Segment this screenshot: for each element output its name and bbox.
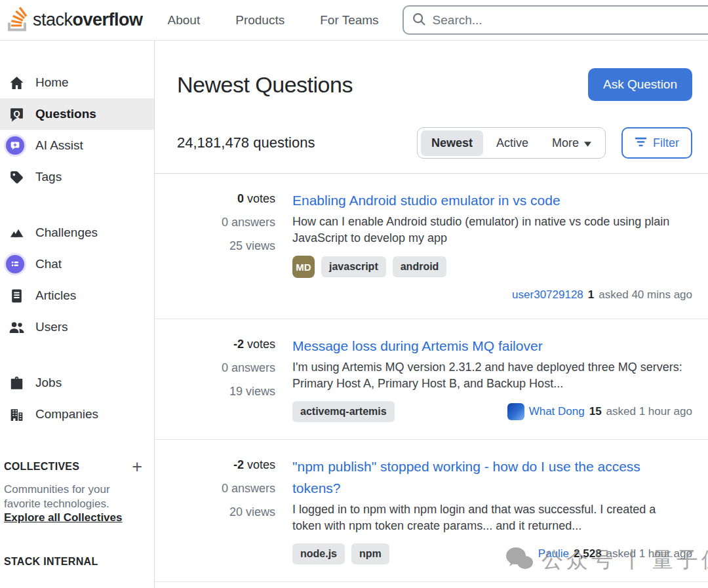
vote-unit: votes xyxy=(247,192,275,205)
logo-text: stackoverflow xyxy=(33,10,143,30)
tag-list: activemq-artemis xyxy=(292,401,395,422)
filter-button-label: Filter xyxy=(653,136,679,150)
question-excerpt: I logged in to npm with npm login and th… xyxy=(292,501,686,534)
question-stats: -2 votes0 answers19 views xyxy=(177,335,275,422)
sidebar-item-chat[interactable]: Chat xyxy=(0,248,154,280)
question-row: -2 votes0 answers19 viewsMessage loss du… xyxy=(155,319,708,440)
question-stats: -2 votes0 answers20 views xyxy=(177,456,275,564)
view-count: 19 views xyxy=(177,385,275,399)
tag-activemq-artemis[interactable]: activemq-artemis xyxy=(292,401,395,422)
sidebar-item-label: Articles xyxy=(35,288,76,303)
question-count: 24,181,478 questions xyxy=(177,134,417,151)
sidebar-item-label: Questions xyxy=(35,107,96,121)
sidebar-item-label: Home xyxy=(35,75,69,90)
search-input[interactable] xyxy=(433,13,707,28)
companies-icon xyxy=(7,404,26,424)
view-count: 20 views xyxy=(177,505,275,519)
ask-question-button[interactable]: Ask Question xyxy=(588,68,692,101)
user-avatar[interactable] xyxy=(507,403,524,420)
tag-list: node.jsnpm xyxy=(292,543,389,564)
question-row: 0 votes0 answers25 viewsEnabling Android… xyxy=(155,174,708,319)
view-count: 25 views xyxy=(177,239,275,253)
question-meta-row: user307291281asked 40 mins ago xyxy=(292,288,692,302)
nav-link-about[interactable]: About xyxy=(167,9,202,31)
sidebar-item-label: Challenges xyxy=(35,225,98,240)
tag-javascript[interactable]: javascript xyxy=(321,256,386,277)
question-tag-row: node.jsnpmPaulie2,528asked 1 hour ago xyxy=(292,543,692,564)
user-reputation: 2,528 xyxy=(574,547,602,560)
user-avatar[interactable]: MD xyxy=(292,256,315,278)
sidebar-item-users[interactable]: Users xyxy=(0,311,154,343)
vote-number: -2 xyxy=(233,458,244,471)
tag-node-js[interactable]: node.js xyxy=(292,543,345,564)
question-content: Message loss during Artemis MQ failoverI… xyxy=(292,335,692,422)
sidebar-item-label: Tags xyxy=(35,170,62,184)
question-meta: What Dong15asked 1 hour ago xyxy=(507,403,692,420)
question-list: 0 votes0 answers25 viewsEnabling Android… xyxy=(177,174,692,582)
answer-count: 0 answers xyxy=(177,216,275,229)
question-row: -2 votes0 answers20 views"npm publish" s… xyxy=(155,440,708,582)
main-content: Newest Questions Ask Question 24,181,478… xyxy=(155,41,708,588)
vote-count: -2 votes xyxy=(177,458,275,472)
stackoverflow-logo-icon xyxy=(7,7,28,34)
sidebar-item-label: Chat xyxy=(35,257,62,271)
sidebar-item-jobs[interactable]: Jobs xyxy=(0,367,154,399)
sidebar-item-label: AI Assist xyxy=(35,138,83,153)
question-content: Enabling Android studio emulator in vs c… xyxy=(292,189,692,302)
asked-time: asked 40 mins ago xyxy=(599,288,692,302)
user-link[interactable]: What Dong xyxy=(529,405,585,418)
sidebar-item-questions[interactable]: QQuestions xyxy=(0,98,154,130)
collectives-section: COLLECTIVES + Communities for your favor… xyxy=(0,460,154,524)
nav-link-products[interactable]: Products xyxy=(234,9,286,31)
sidebar-item-articles[interactable]: Articles xyxy=(0,280,154,311)
user-reputation: 15 xyxy=(589,405,602,418)
sort-tab-group: NewestActiveMore xyxy=(417,127,606,159)
sort-tab-label: Active xyxy=(496,136,528,150)
sort-tab-more[interactable]: More xyxy=(541,130,602,156)
question-tag-row: activemq-artemisWhat Dong15asked 1 hour … xyxy=(292,401,692,422)
top-nav: stackoverflow AboutProductsFor Teams xyxy=(0,0,708,41)
question-content: "npm publish" stopped working - how do I… xyxy=(292,456,692,564)
sidebar-nav: HomeQQuestionsAI AssistTagsChallengesCha… xyxy=(0,67,154,430)
user-link[interactable]: user30729128 xyxy=(512,288,583,302)
collectives-description: Communities for your favorite technologi… xyxy=(4,482,138,511)
tag-npm[interactable]: npm xyxy=(351,543,389,564)
question-title-link[interactable]: "npm publish" stopped working - how do I… xyxy=(292,456,650,499)
page-title: Newest Questions xyxy=(177,68,353,101)
users-icon xyxy=(7,317,26,337)
question-title-link[interactable]: Message loss during Artemis MQ failover xyxy=(292,335,650,357)
sort-tab-newest[interactable]: Newest xyxy=(421,130,483,156)
asked-time: asked 1 hour ago xyxy=(606,405,692,418)
question-meta: user307291281asked 40 mins ago xyxy=(512,288,692,302)
sidebar-item-home[interactable]: Home xyxy=(0,67,154,98)
home-icon xyxy=(7,73,26,92)
sort-tab-active[interactable]: Active xyxy=(486,130,539,156)
vote-unit: votes xyxy=(247,458,275,471)
question-excerpt: How can I enable Android studio (emulato… xyxy=(292,214,686,246)
sidebar-item-ai-assist[interactable]: AI Assist xyxy=(0,130,154,161)
sidebar-item-label: Users xyxy=(35,320,68,334)
question-tag-row: MDjavascriptandroid xyxy=(292,256,692,278)
sort-tab-label: Newest xyxy=(431,136,473,150)
sidebar-item-challenges[interactable]: Challenges xyxy=(0,217,154,248)
question-title-link[interactable]: Enabling Android studio emulator in vs c… xyxy=(292,189,650,211)
tag-list: MDjavascriptandroid xyxy=(292,256,446,278)
sidebar-item-companies[interactable]: Companies xyxy=(0,399,154,430)
tag-android[interactable]: android xyxy=(393,256,447,277)
filter-button[interactable]: Filter xyxy=(621,127,692,159)
chat-icon xyxy=(7,254,26,274)
stackoverflow-logo[interactable]: stackoverflow xyxy=(7,7,143,34)
search-box[interactable] xyxy=(403,5,708,35)
vote-count: 0 votes xyxy=(177,192,275,206)
vote-number: 0 xyxy=(237,192,244,205)
nav-link-for-teams[interactable]: For Teams xyxy=(319,9,380,31)
user-link[interactable]: Paulie xyxy=(538,547,569,560)
add-collective-button[interactable]: + xyxy=(129,460,145,473)
question-meta: Paulie2,528asked 1 hour ago xyxy=(538,547,692,560)
tags-icon xyxy=(7,167,26,187)
filter-icon xyxy=(635,136,647,150)
left-sidebar: HomeQQuestionsAI AssistTagsChallengesCha… xyxy=(0,41,155,588)
sidebar-item-tags[interactable]: Tags xyxy=(0,161,154,193)
explore-collectives-link[interactable]: Explore all Collectives xyxy=(4,511,122,524)
stack-internal-section: STACK INTERNAL xyxy=(0,556,154,568)
